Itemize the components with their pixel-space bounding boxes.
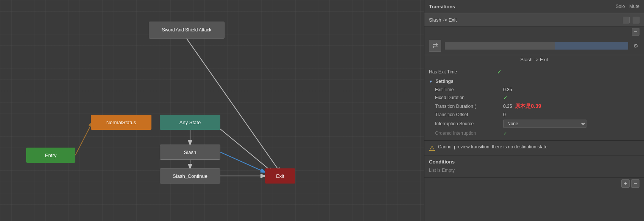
preview-bar xyxy=(445,42,628,50)
transition-duration-row: Transition Duration ( 0.35 原本是0.39 xyxy=(429,102,639,111)
entry-label: Entry xyxy=(45,153,56,158)
transitions-title: Transitions xyxy=(429,4,616,9)
warning-section: ⚠ Cannot preview transition, there is no… xyxy=(424,141,644,156)
exit-time-value[interactable]: 0.35 xyxy=(503,87,512,92)
right-panel: Transitions Solo Mute Slash -> Exit − ⇄ … xyxy=(424,0,644,221)
warning-text: Cannot preview transition, there is no d… xyxy=(438,144,547,150)
transition-offset-row: Transition Offset 0 xyxy=(429,111,639,118)
svg-line-6 xyxy=(212,122,273,172)
settings-title-row: ▼ Settings xyxy=(429,76,639,86)
sword-shield-label: Sword And Shield Attack xyxy=(162,27,212,33)
any-state-label: Any State xyxy=(179,120,201,125)
fixed-duration-check[interactable]: ✓ xyxy=(503,95,508,101)
transition-offset-value[interactable]: 0 xyxy=(503,112,506,117)
state-node-slash-continue[interactable]: Slash_Continue xyxy=(160,168,220,184)
has-exit-time-label: Has Exit Time xyxy=(429,69,497,75)
state-node-slash[interactable]: Slash xyxy=(160,145,220,160)
preview-icon: ⇄ xyxy=(429,40,441,52)
state-node-entry[interactable]: Entry xyxy=(26,148,75,163)
transitions-header: Transitions Solo Mute xyxy=(424,0,644,13)
add-condition-button[interactable]: + xyxy=(621,179,630,188)
interruption-source-select[interactable]: None Current State Next State Current St… xyxy=(503,120,586,128)
exit-label: Exit xyxy=(276,173,284,179)
interruption-source-label: Interruption Source xyxy=(435,121,503,126)
ordered-interruption-label: Ordered Interruption xyxy=(435,131,503,136)
settings-gear-button[interactable]: ⚙ xyxy=(632,42,639,50)
transition-duration-label: Transition Duration ( xyxy=(435,104,503,109)
fixed-duration-row: Fixed Duration ✓ xyxy=(429,93,639,102)
settings-label: Settings xyxy=(435,79,453,84)
minus-row: − xyxy=(424,27,644,37)
preview-section: ⇄ ⚙ xyxy=(424,37,644,55)
state-node-sword-shield[interactable]: Sword And Shield Attack xyxy=(149,22,225,39)
conditions-footer: + − xyxy=(424,178,644,189)
svg-line-4 xyxy=(220,152,265,172)
transition-duration-annotation: 原本是0.39 xyxy=(515,103,541,110)
slash-label: Slash xyxy=(184,149,196,155)
animator-panel: Entry NormalStatus Any State Sword And S… xyxy=(0,0,424,221)
solo-mute-labels: Solo Mute xyxy=(616,4,639,9)
settings-triangle: ▼ xyxy=(429,79,433,84)
settings-title: ▼ Settings xyxy=(429,77,454,85)
ordered-interruption-row: Ordered Interruption ✓ xyxy=(429,129,639,137)
fixed-duration-label: Fixed Duration xyxy=(435,95,503,100)
transition-label: Slash -> Exit xyxy=(429,17,620,23)
conditions-empty: List is Empty xyxy=(429,166,639,174)
normal-status-label: NormalStatus xyxy=(106,120,136,125)
warning-icon: ⚠ xyxy=(429,144,435,153)
slash-continue-label: Slash_Continue xyxy=(173,173,207,179)
ordered-interruption-check[interactable]: ✓ xyxy=(503,130,508,136)
exit-time-row: Exit Time 0.35 xyxy=(429,86,639,93)
conditions-title: Conditions xyxy=(429,159,639,165)
state-node-normal-status[interactable]: NormalStatus xyxy=(91,115,151,130)
solo-label: Solo xyxy=(616,4,625,9)
transition-offset-label: Transition Offset xyxy=(435,112,503,117)
interruption-source-row: Interruption Source None Current State N… xyxy=(429,118,639,129)
state-node-any-state[interactable]: Any State xyxy=(160,115,220,130)
exit-time-label: Exit Time xyxy=(435,87,503,92)
transition-icon: ⇄ xyxy=(432,42,438,50)
remove-condition-button[interactable]: − xyxy=(631,179,639,188)
mute-label: Mute xyxy=(629,4,639,9)
conditions-section: Conditions List is Empty xyxy=(424,156,644,178)
minus-button[interactable]: − xyxy=(632,28,639,36)
mute-button[interactable] xyxy=(633,17,639,23)
has-exit-time-row: Has Exit Time ✓ xyxy=(429,68,639,76)
transition-row[interactable]: Slash -> Exit xyxy=(424,13,644,27)
solo-button[interactable] xyxy=(623,17,630,23)
transition-duration-value[interactable]: 0.35 xyxy=(503,104,512,109)
state-node-exit[interactable]: Exit xyxy=(265,168,295,184)
preview-transition-label: Slash -> Exit xyxy=(424,55,644,65)
svg-line-0 xyxy=(75,122,92,155)
properties-section: Has Exit Time ✓ ▼ Settings Exit Time 0.3… xyxy=(424,65,644,141)
has-exit-time-check[interactable]: ✓ xyxy=(497,69,502,75)
